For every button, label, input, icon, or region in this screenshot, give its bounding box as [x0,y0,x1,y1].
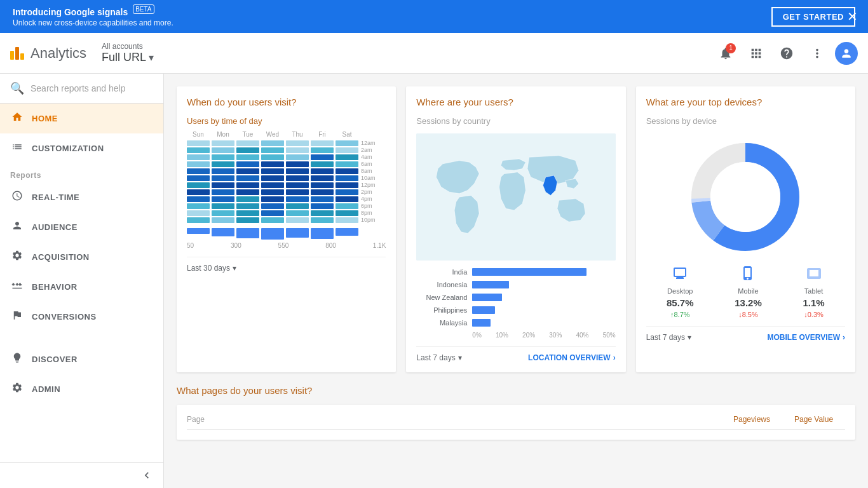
bar-row-philippines: Philippines [416,306,615,314]
main-layout: 🔍 Search reports and help HOME CUSTOMIZA… [0,74,868,488]
sidebar-item-audience[interactable]: AUDIENCE [0,212,163,242]
where-card-footer: Last 7 days ▾ LOCATION OVERVIEW › [416,346,615,362]
sidebar-item-conversions[interactable]: CONVERSIONS [0,302,163,332]
bottom-col-2 [236,228,259,240]
when-period: Last 30 days [187,264,230,273]
search-area[interactable]: 🔍 Search reports and help [0,74,163,104]
heatmap-cell [187,203,210,209]
heatmap-cell [311,175,334,181]
admin-label: ADMIN [32,384,60,394]
heatmap-cell [311,182,334,188]
heatmap-cell [286,140,309,146]
day-label-wed: Wed [261,131,284,138]
main-content: When do your users visit? Users by time … [164,74,868,488]
desktop-change: ↑8.7% [670,311,690,318]
heatmap-wrapper: 12am2am4am6am8am10am12pm2pm4pm6pm8pm10pm [187,140,386,223]
heatmap-cell [261,182,284,188]
account-selector[interactable]: All accounts Full URL ▾ [102,42,154,64]
where-period-selector[interactable]: Last 7 days ▾ [416,353,461,362]
day-label-mon: Mon [212,131,234,138]
grid-menu-button[interactable] [743,41,769,66]
sidebar-item-realtime[interactable]: REAL-TIME [0,182,163,212]
devices-period: Last 7 days [646,333,685,342]
heatmap-cell [311,154,334,160]
collapse-button[interactable] [0,463,163,488]
bottom-scale: 50 300 550 800 1.1K [187,242,386,249]
heatmap-cell [212,154,234,160]
heatmap-col-0 [187,140,210,223]
when-title: When do your users visit? [187,97,386,107]
heatmap-cell [311,168,334,174]
bar-indonesia [472,281,509,288]
bar-newzealand [472,294,502,301]
desktop-icon [671,266,689,285]
user-avatar[interactable] [835,42,858,65]
bottom-bar-chart [187,228,386,240]
sidebar-item-home[interactable]: HOME [0,104,163,133]
notifications-button[interactable]: 1 [713,41,738,66]
heatmap-cell [311,189,334,195]
bar-philippines [472,306,495,314]
mobile-overview-link[interactable]: MOBILE OVERVIEW › [768,333,845,342]
heatmap-col-3 [261,140,284,223]
heatmap-cell [236,210,259,216]
time-label: 12am [361,140,376,146]
heatmap-cell [236,168,259,174]
heatmap-cell [236,147,259,153]
banner-text: Introducing Google signals BETA Unlock n… [13,6,771,27]
sidebar-item-customization[interactable]: CUSTOMIZATION [0,133,163,163]
close-banner-button[interactable]: ✕ [847,9,858,24]
devices-chart-label: Sessions by device [646,116,845,126]
world-map [416,133,615,261]
pages-table-header: Page Pageviews Page Value [187,415,845,430]
time-label: 10am [361,175,376,181]
map-svg [416,133,615,261]
location-overview-link[interactable]: LOCATION OVERVIEW › [528,353,616,362]
heatmap-cell [261,196,284,202]
mobile-icon [739,266,757,285]
heatmap-cell [286,189,309,195]
help-button[interactable] [774,41,799,66]
heatmap-cell [261,140,284,146]
day-label-tue: Tue [236,131,259,138]
sidebar-item-discover[interactable]: DISCOVER [0,344,163,374]
bottom-col-4 [286,228,309,240]
heatmap-cell [187,168,210,174]
pages-title: What pages do your users visit? [177,385,855,396]
get-started-button[interactable]: GET STARTED [771,7,855,27]
heatmap-cell [261,161,284,167]
acquisition-icon [10,250,24,264]
where-period: Last 7 days [416,353,455,362]
sidebar-item-acquisition[interactable]: ACQUISITION [0,242,163,272]
tablet-change: ↓0.3% [804,311,824,318]
search-icon: 🔍 [10,81,24,95]
acquisition-label: ACQUISITION [32,252,90,262]
time-label: 2am [361,147,376,153]
help-icon [780,46,794,60]
sidebar-item-behavior[interactable]: BEHAVIOR [0,272,163,302]
heatmap-cell [261,175,284,181]
donut-chart-container [646,133,845,261]
time-labels: 12am2am4am6am8am10am12pm2pm4pm6pm8pm10pm [361,140,376,223]
day-label-fri: Fri [311,131,334,138]
time-label: 4am [361,154,376,160]
more-options-button[interactable] [804,41,830,66]
account-chevron-icon: ▾ [149,51,154,64]
heatmap-cell [261,168,284,174]
discover-icon [10,352,24,367]
when-period-selector[interactable]: Last 30 days ▾ [187,264,236,273]
where-chart-label: Sessions by country [416,116,615,126]
device-legend: Desktop 85.7% ↑8.7% Mobile 13.2% ↓8.5% [646,266,845,318]
devices-period-selector[interactable]: Last 7 days ▾ [646,333,691,342]
sidebar-item-admin[interactable]: ADMIN [0,374,163,404]
heatmap-cell [187,140,210,146]
banner-title-text: Introducing Google signals [13,7,128,17]
heatmap-cell [336,140,358,146]
account-name-text: Full URL [102,51,146,64]
notification-badge: 1 [726,43,736,53]
bottom-col-5 [311,228,334,240]
account-name-selector[interactable]: Full URL ▾ [102,51,154,64]
heatmap-cell [187,210,210,216]
devices-period-chevron-icon: ▾ [688,333,691,342]
heatmap-cell [236,189,259,195]
